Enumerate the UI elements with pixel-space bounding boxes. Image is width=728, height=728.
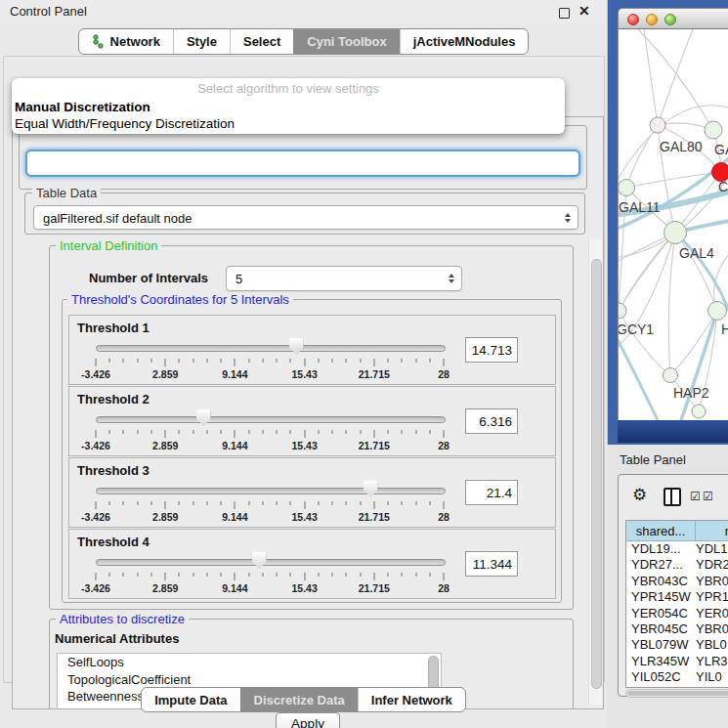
network-node[interactable]	[708, 302, 727, 321]
attribute-item-topologicalcoefficient[interactable]: TopologicalCoefficient	[58, 671, 441, 689]
threshold-2-slider[interactable]: -3.4262.8599.14415.4321.71528	[96, 410, 444, 451]
network-window-titlebar[interactable]	[618, 8, 728, 29]
table-row[interactable]: YIL052CYIL0	[626, 669, 728, 685]
columns-icon[interactable]	[664, 488, 681, 506]
cell-name: YER0	[696, 606, 728, 621]
network-node[interactable]	[619, 180, 635, 196]
panel-scrollbar[interactable]	[588, 239, 602, 705]
table-row[interactable]: YBR045CYBR0	[626, 621, 728, 637]
table-row[interactable]: YPR145WYPR1	[626, 589, 728, 605]
table-row[interactable]: YER054CYER0	[626, 606, 728, 621]
threshold-3-value-field[interactable]	[465, 480, 518, 505]
slider-thumb[interactable]	[364, 481, 378, 497]
network-edge-thick[interactable]	[681, 311, 717, 420]
tick-mark	[206, 501, 207, 505]
tab-discretize-data[interactable]: Discretize Data	[240, 688, 358, 711]
tab-infer-network[interactable]: Infer Network	[358, 688, 465, 711]
network-node[interactable]	[705, 121, 722, 139]
table-hscroll-thumb[interactable]	[627, 691, 728, 696]
slider-ticks	[96, 501, 444, 510]
panel-scrollbar-thumb[interactable]	[591, 259, 602, 689]
interval-group-title: Interval Definition	[56, 238, 161, 253]
network-edge[interactable]	[619, 233, 675, 311]
network-edge[interactable]	[619, 311, 670, 375]
tick-mark	[373, 501, 374, 509]
tab-network[interactable]: Network	[79, 29, 173, 54]
table-horizontal-scrollbar[interactable]	[625, 689, 728, 698]
tick-mark	[137, 501, 138, 505]
network-edge[interactable]	[644, 29, 658, 125]
threshold-panel-3: Threshold 3-3.4262.8599.14415.4321.71528	[68, 457, 556, 528]
attribute-item-selfloops[interactable]: SelfLoops	[58, 654, 441, 671]
thresholds-group-title: Threshold's Coordinates for 5 Intervals	[67, 292, 293, 307]
float-window-icon[interactable]	[559, 8, 570, 19]
tick-mark	[193, 359, 193, 363]
algorithm-option-manual-discretization[interactable]: Manual Discretization	[12, 99, 565, 115]
tick-mark	[96, 573, 97, 580]
select-all-checkbox-icon[interactable]: ☑	[690, 490, 701, 503]
network-edge-thick[interactable]	[619, 330, 658, 420]
network-edge[interactable]	[668, 233, 675, 375]
close-icon[interactable]: ✕	[578, 3, 590, 19]
tab-jactivemnodules[interactable]: jActiveMNodules	[400, 29, 529, 54]
table-row[interactable]: YBR043CYBR0	[626, 574, 728, 589]
network-edge[interactable]	[626, 125, 658, 188]
tab-label: Infer Network	[371, 693, 452, 707]
table-row[interactable]: YBL079WYBL0	[626, 637, 728, 653]
table-row[interactable]: YLR345WYLR3	[626, 654, 728, 669]
slider-thumb[interactable]	[196, 409, 211, 426]
tick-mark	[277, 430, 278, 434]
tick-mark	[137, 573, 138, 577]
tab-select[interactable]: Select	[230, 29, 293, 54]
slider-track[interactable]	[96, 488, 446, 494]
zoom-traffic-light-icon[interactable]	[664, 14, 676, 25]
slider-track[interactable]	[96, 416, 446, 423]
threshold-4-slider[interactable]: -3.4262.8599.14415.4321.71528	[96, 553, 444, 594]
tick-mark	[123, 359, 124, 363]
slider-thumb[interactable]	[289, 338, 304, 355]
number-of-intervals-combobox[interactable]: 5	[226, 266, 462, 291]
apply-button[interactable]: Apply	[276, 712, 340, 728]
threshold-1-value-field[interactable]	[465, 337, 518, 363]
tab-cyni-toolbox[interactable]: Cyni Toolbox	[293, 29, 399, 54]
tab-style[interactable]: Style	[173, 29, 230, 54]
minimize-traffic-light-icon[interactable]	[646, 14, 658, 25]
network-graph[interactable]: GAL80GACGAL11GAL4GCY1HHAP2	[619, 29, 728, 420]
node-attribute-table[interactable]: shared...n YDL19...YDL1YDR27...YDR2YBR04…	[625, 520, 728, 688]
tick-label: 2.859	[152, 440, 178, 451]
table-row[interactable]: YDL19...YDL1	[626, 541, 728, 557]
network-node[interactable]	[650, 117, 665, 133]
column-header-shared[interactable]: shared...	[626, 521, 696, 541]
slider-thumb[interactable]	[252, 552, 267, 569]
cell-name: YLR3	[696, 654, 728, 669]
threshold-4-value-field[interactable]	[465, 551, 518, 577]
algorithm-combobox[interactable]	[25, 150, 580, 177]
network-edge[interactable]	[658, 29, 693, 125]
network-edge[interactable]	[675, 233, 717, 311]
tick-mark	[193, 573, 193, 577]
table-data-combobox[interactable]: galFiltered.sif default node	[33, 205, 578, 230]
threshold-3-slider[interactable]: -3.4262.8599.14415.4321.71528	[96, 482, 444, 523]
gear-icon[interactable]: ⚙	[632, 485, 647, 505]
attributes-group-title: Attributes to discretize	[56, 612, 189, 626]
network-node[interactable]	[619, 303, 626, 319]
network-node[interactable]	[664, 368, 678, 383]
slider-track[interactable]	[96, 559, 446, 566]
network-edge[interactable]	[638, 29, 713, 130]
network-canvas[interactable]: GAL80GACGAL11GAL4GCY1HHAP2	[618, 29, 728, 420]
threshold-2-value-field[interactable]	[465, 408, 518, 434]
column-header-n[interactable]: n	[696, 521, 728, 541]
tick-label: 15.43	[291, 582, 317, 594]
tick-mark	[96, 359, 97, 366]
slider-track[interactable]	[96, 345, 446, 352]
network-node[interactable]	[692, 405, 706, 418]
close-traffic-light-icon[interactable]	[627, 14, 639, 25]
table-row[interactable]: YDR27...YDR2	[626, 557, 728, 573]
algorithm-option-equal-width-frequency-discretization[interactable]: Equal Width/Frequency Discretization	[12, 115, 565, 132]
tick-mark	[304, 573, 305, 580]
select-none-checkbox-icon[interactable]: ☑	[703, 490, 713, 503]
node-label-gal11: GAL11	[619, 199, 661, 215]
network-node[interactable]	[664, 222, 687, 244]
threshold-1-slider[interactable]: -3.4262.8599.14415.4321.71528	[96, 339, 444, 380]
tab-impute-data[interactable]: Impute Data	[142, 688, 239, 711]
